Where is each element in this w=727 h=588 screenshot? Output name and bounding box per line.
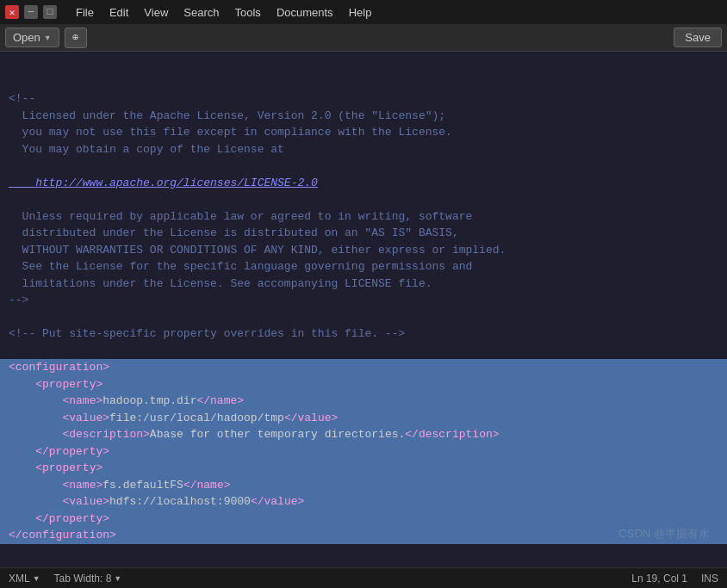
tab-width-dropdown[interactable]: Tab Width: 8 ▼ [54, 573, 122, 585]
save-button[interactable]: Save [674, 28, 722, 47]
file-type-dropdown[interactable]: XML ▼ [9, 573, 40, 585]
close-button[interactable]: ✕ [5, 5, 19, 19]
line-26: <name>fs.defaultFS</name> [0, 477, 727, 494]
line-21: <name>hadoop.tmp.dir</name> [0, 393, 727, 410]
tab-width-arrow: ▼ [114, 574, 121, 583]
line-6: You may obtain a copy of the License at [9, 141, 718, 158]
line-29: </configuration> [0, 527, 727, 544]
title-bar: ✕ ─ □ File Edit View Search Tools Docume… [0, 0, 727, 24]
line-20: <property> [0, 376, 727, 393]
minimize-button[interactable]: ─ [24, 5, 38, 19]
maximize-button[interactable]: □ [43, 5, 57, 19]
menu-documents[interactable]: Documents [270, 4, 340, 21]
status-right: Ln 19, Col 1 INS [631, 573, 718, 585]
line-19: <configuration> [0, 359, 727, 376]
line-22: <value>file:/usr/local/hadoop/tmp</value… [0, 410, 727, 427]
line-24: </property> [0, 443, 727, 461]
line-27: <value>hdfs://localhost:9000</value> [0, 493, 727, 511]
menu-help[interactable]: Help [342, 4, 379, 21]
pin-button[interactable]: ⊕ [65, 28, 87, 48]
position-label: Ln 19, Col 1 [631, 573, 687, 585]
line-16 [9, 309, 718, 326]
line-15: --> [9, 292, 718, 309]
menu-file[interactable]: File [69, 4, 101, 21]
editor-area: <!-- Licensed under the Apache License, … [0, 52, 727, 567]
open-dropdown-arrow: ▼ [44, 34, 52, 42]
line-14: limitations under the License. See accom… [9, 275, 718, 293]
toolbar-right: Save [674, 28, 722, 47]
line-2 [9, 74, 718, 91]
line-3: <!-- [9, 90, 718, 108]
open-label: Open [13, 31, 40, 44]
line-9 [9, 191, 718, 208]
line-12: WITHOUT WARRANTIES OR CONDITIONS OF ANY … [9, 242, 718, 259]
status-bar: XML ▼ Tab Width: 8 ▼ Ln 19, Col 1 INS [0, 567, 727, 588]
menu-edit[interactable]: Edit [103, 4, 135, 21]
menu-view[interactable]: View [137, 4, 175, 21]
line-13: See the License for the specific languag… [9, 258, 718, 275]
line-4: Licensed under the Apache License, Versi… [9, 108, 718, 125]
line-17: <!-- Put site-specific property override… [9, 325, 718, 343]
menu-search[interactable]: Search [177, 4, 226, 21]
open-button[interactable]: Open ▼ [5, 28, 59, 47]
line-18 [9, 343, 718, 360]
tab-width-label: Tab Width: 8 [54, 573, 112, 585]
file-type-label: XML [9, 573, 30, 585]
line-10: Unless required by applicable law or agr… [9, 208, 718, 226]
line-7 [9, 158, 718, 175]
line-11: distributed under the License is distrib… [9, 225, 718, 242]
insert-mode-label: INS [701, 573, 718, 585]
menu-bar: File Edit View Search Tools Documents He… [69, 4, 722, 21]
file-type-arrow: ▼ [33, 574, 40, 583]
line-25: <property> [0, 460, 727, 477]
line-23: <description>Abase for other temporary d… [0, 426, 727, 443]
line-8: http://www.apache.org/licenses/LICENSE-2… [9, 175, 718, 192]
toolbar: Open ▼ ⊕ Save [0, 24, 727, 52]
line-1 [9, 57, 718, 74]
line-28: </property> [0, 511, 727, 528]
line-5: you may not use this file except in comp… [9, 124, 718, 141]
code-content[interactable]: <!-- Licensed under the Apache License, … [0, 52, 727, 567]
pin-icon: ⊕ [72, 31, 78, 44]
menu-tools[interactable]: Tools [228, 4, 268, 21]
